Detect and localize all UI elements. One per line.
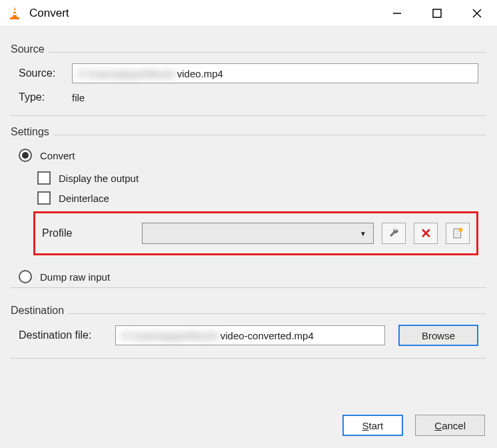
dest-path-value: video-converted.mp4 [221,330,314,341]
start-button[interactable]: Start [342,415,404,436]
display-output-label: Display the output [59,173,139,184]
new-profile-button[interactable] [446,223,470,244]
profile-dropdown[interactable]: ▼ [142,223,374,244]
source-path-value: video.mp4 [177,68,223,79]
destination-group: Destination Destination file: C:\Users\j… [11,313,486,359]
checkbox-unchecked-icon [37,191,51,205]
maximize-button[interactable] [417,0,457,27]
source-group: Source Source: C:\Users\jaque\Music\ vid… [11,52,486,116]
settings-group-label: Settings [11,126,53,138]
svg-rect-3 [10,17,19,19]
source-path-blurred: C:\Users\jaque\Music\ [78,68,176,79]
dump-raw-label: Dump raw input [40,271,110,283]
maximize-icon [432,9,442,18]
cancel-button[interactable]: Cancel [415,415,485,436]
delete-profile-button[interactable]: ✕ [414,223,438,244]
svg-rect-5 [433,9,441,17]
edit-profile-button[interactable] [382,223,406,244]
dump-raw-radio[interactable]: Dump raw input [19,270,478,283]
browse-button-label: Browse [422,330,455,341]
titlebar: Convert [0,0,497,27]
type-label: Type: [19,91,72,103]
close-icon [472,9,482,18]
svg-point-12 [459,228,463,232]
convert-dialog-window: Convert Source Source: C:\Users\jaque\Mu… [0,0,497,448]
radio-checked-icon [19,149,32,162]
start-button-label-rest: tart [369,420,384,431]
display-output-checkbox[interactable]: Display the output [37,171,478,185]
source-label: Source: [19,67,72,79]
svg-rect-1 [13,10,16,12]
minimize-icon [392,9,402,18]
chevron-down-icon: ▼ [360,230,366,237]
checkbox-unchecked-icon [37,171,51,185]
dest-path-blurred: C:\Users\jaque\Music\ [121,330,219,341]
wrench-icon [388,227,400,239]
deinterlace-label: Deinterlace [59,193,109,204]
new-file-icon [452,227,464,239]
close-button[interactable] [457,0,497,27]
radio-unchecked-icon [19,270,32,283]
browse-button[interactable]: Browse [398,325,478,346]
window-title: Convert [29,7,69,20]
source-input[interactable]: C:\Users\jaque\Music\ video.mp4 [72,63,478,83]
minimize-button[interactable] [377,0,417,27]
x-icon: ✕ [420,225,432,241]
type-value: file [72,92,85,103]
vlc-cone-icon [7,5,23,21]
destination-file-input[interactable]: C:\Users\jaque\Music\ video-converted.mp… [115,325,385,345]
dialog-footer: Start Cancel [0,403,497,448]
convert-radio-label: Convert [40,150,75,161]
profile-label: Profile [42,227,142,239]
cancel-button-label-rest: ancel [442,420,466,431]
svg-rect-2 [13,13,17,15]
deinterlace-checkbox[interactable]: Deinterlace [37,191,478,205]
convert-radio[interactable]: Convert [19,149,478,162]
destination-group-label: Destination [11,305,68,317]
destination-file-label: Destination file: [19,329,115,341]
profile-row-highlight: Profile ▼ ✕ [33,211,478,255]
svg-marker-0 [12,7,17,19]
source-group-label: Source [11,43,49,55]
settings-group: Settings Convert Display the output Dein… [11,135,486,288]
